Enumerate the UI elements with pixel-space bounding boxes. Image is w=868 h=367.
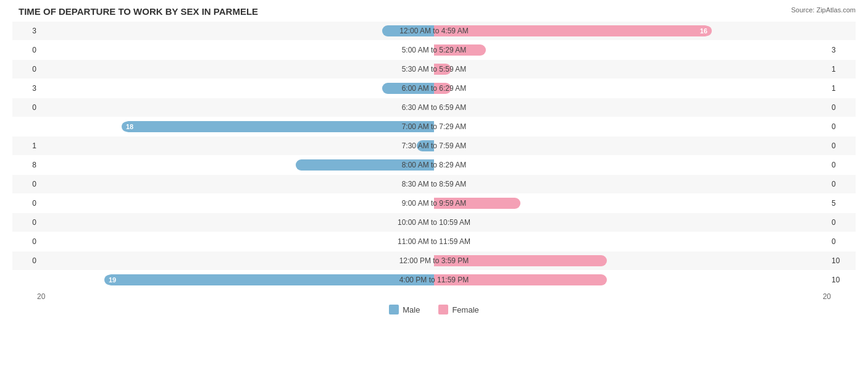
female-side — [434, 213, 828, 232]
female-side — [434, 137, 828, 155]
axis-left-label: 20 — [37, 292, 45, 301]
table-row: 010:00 AM to 10:59 AM0 — [12, 213, 856, 232]
female-side — [434, 156, 828, 174]
axis-right-label: 20 — [823, 292, 831, 301]
male-side — [40, 41, 434, 59]
table-row: 05:30 AM to 5:59 AM1 — [12, 60, 856, 78]
male-value: 0 — [12, 46, 40, 54]
female-value: 0 — [828, 122, 856, 131]
diverging-bars: 9:00 AM to 9:59 AM — [40, 194, 828, 213]
female-side — [434, 117, 828, 136]
female-side — [434, 251, 828, 270]
female-side — [434, 271, 828, 289]
male-bar — [296, 159, 434, 171]
female-value: 0 — [828, 161, 856, 169]
male-value: 3 — [12, 27, 40, 35]
diverging-bars: 187:00 AM to 7:29 AM — [40, 117, 828, 136]
male-side — [40, 98, 434, 117]
legend: Male Female — [12, 305, 856, 314]
table-row: 312:00 AM to 4:59 AM16 — [12, 22, 856, 40]
chart-body: 312:00 AM to 4:59 AM1605:00 AM to 5:29 A… — [12, 22, 856, 289]
diverging-bars: 8:00 AM to 8:29 AM — [40, 156, 828, 174]
table-row: 012:00 PM to 3:59 PM10 — [12, 251, 856, 270]
female-badge: 16 — [696, 26, 712, 36]
table-row: 187:00 AM to 7:29 AM0 — [12, 117, 856, 136]
source-label: Source: ZipAtlas.com — [791, 6, 856, 14]
male-bar — [382, 25, 434, 36]
diverging-bars: 8:30 AM to 8:59 AM — [40, 175, 828, 193]
table-row: 08:30 AM to 8:59 AM0 — [12, 175, 856, 193]
table-row: 09:00 AM to 9:59 AM5 — [12, 194, 856, 213]
male-value: 8 — [12, 161, 40, 169]
female-value: 0 — [828, 141, 856, 150]
female-value: 3 — [828, 46, 856, 54]
female-bar — [434, 44, 486, 56]
female-value: 1 — [828, 65, 856, 74]
female-side: 16 — [434, 22, 828, 40]
table-row: 06:30 AM to 6:59 AM0 — [12, 98, 856, 117]
male-side — [40, 137, 434, 155]
female-value: 0 — [828, 180, 856, 188]
female-bar: 16 — [434, 25, 711, 36]
male-side — [40, 232, 434, 251]
male-side — [40, 79, 434, 98]
male-value: 0 — [12, 237, 40, 246]
diverging-bars: 10:00 AM to 10:59 AM — [40, 213, 828, 232]
legend-male: Male — [389, 305, 420, 314]
chart-title: TIME OF DEPARTURE TO WORK BY SEX IN PARM… — [12, 6, 856, 17]
male-badge: 18 — [122, 122, 138, 132]
diverging-bars: 6:00 AM to 6:29 AM — [40, 79, 828, 98]
male-side — [40, 22, 434, 40]
female-value: 1 — [828, 84, 856, 93]
diverging-bars: 194:00 PM to 11:59 PM — [40, 271, 828, 289]
female-value: 0 — [828, 218, 856, 227]
male-bar — [417, 140, 434, 151]
female-bar — [434, 64, 451, 75]
diverging-bars: 12:00 PM to 3:59 PM — [40, 251, 828, 270]
male-bar: 19 — [106, 274, 434, 285]
female-bar — [434, 274, 607, 285]
female-value: 5 — [828, 199, 856, 208]
male-side: 18 — [40, 117, 434, 136]
legend-female-label: Female — [452, 305, 478, 314]
chart-container: TIME OF DEPARTURE TO WORK BY SEX IN PARM… — [0, 0, 868, 367]
diverging-bars: 7:30 AM to 7:59 AM — [40, 137, 828, 155]
male-value: 0 — [12, 180, 40, 188]
table-row: 194:00 PM to 11:59 PM10 — [12, 271, 856, 289]
diverging-bars: 5:00 AM to 5:29 AM — [40, 41, 828, 59]
male-side: 19 — [40, 271, 434, 289]
male-side — [40, 194, 434, 213]
male-value: 0 — [12, 199, 40, 208]
male-badge: 19 — [104, 275, 120, 285]
male-value: 1 — [12, 141, 40, 150]
male-value: 0 — [12, 65, 40, 74]
legend-female-box — [438, 305, 448, 314]
female-value: 10 — [828, 276, 856, 284]
female-side — [434, 60, 828, 78]
female-value: 0 — [828, 103, 856, 112]
female-side — [434, 41, 828, 59]
diverging-bars: 11:00 AM to 11:59 AM — [40, 232, 828, 251]
female-value: 0 — [828, 237, 856, 246]
male-side — [40, 213, 434, 232]
table-row: 88:00 AM to 8:29 AM0 — [12, 156, 856, 174]
female-side — [434, 194, 828, 213]
female-side — [434, 232, 828, 251]
male-side — [40, 251, 434, 270]
male-value: 0 — [12, 256, 40, 265]
male-bar: 18 — [123, 121, 434, 132]
male-value: 0 — [12, 103, 40, 112]
table-row: 36:00 AM to 6:29 AM1 — [12, 79, 856, 98]
diverging-bars: 12:00 AM to 4:59 AM16 — [40, 22, 828, 40]
table-row: 17:30 AM to 7:59 AM0 — [12, 137, 856, 155]
table-row: 011:00 AM to 11:59 AM0 — [12, 232, 856, 251]
female-bar — [434, 83, 451, 94]
male-bar — [382, 83, 434, 94]
female-value: 10 — [828, 256, 856, 265]
male-side — [40, 175, 434, 193]
female-side — [434, 79, 828, 98]
diverging-bars: 5:30 AM to 5:59 AM — [40, 60, 828, 78]
female-side — [434, 98, 828, 117]
table-row: 05:00 AM to 5:29 AM3 — [12, 41, 856, 59]
male-side — [40, 156, 434, 174]
